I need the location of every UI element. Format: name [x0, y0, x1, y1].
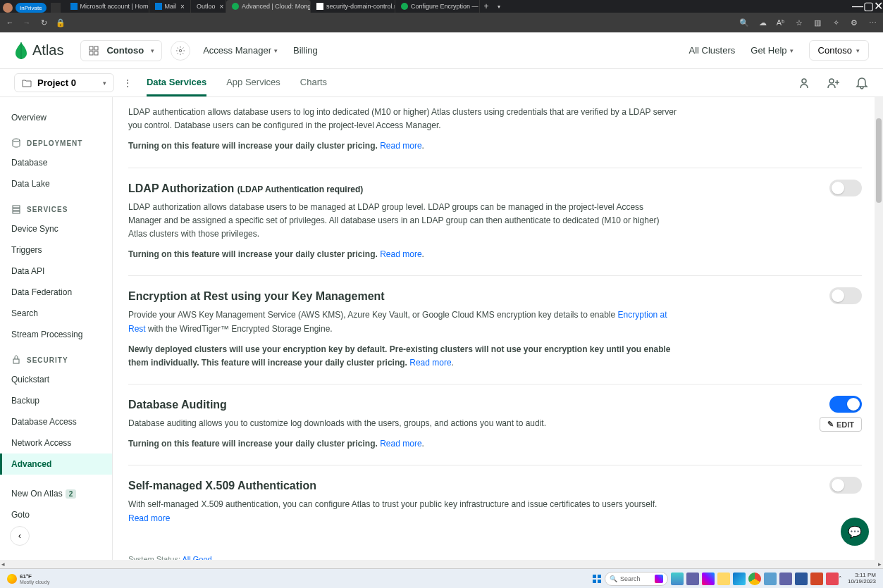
back-button[interactable]: ←: [4, 17, 16, 28]
chevron-up-icon[interactable]: ˄: [839, 575, 842, 582]
close-icon[interactable]: ×: [180, 3, 185, 11]
zoom-icon[interactable]: 🔍: [738, 16, 751, 29]
app-icon[interactable]: [764, 573, 777, 585]
powerpoint-icon[interactable]: [810, 573, 823, 585]
task-view-icon[interactable]: [671, 573, 684, 585]
browser-tab[interactable]: Outloo×: [191, 0, 226, 13]
sidebar-item-stream-processing[interactable]: Stream Processing: [0, 324, 112, 345]
scrollbar-thumb[interactable]: [876, 118, 882, 203]
sidebar-item-overview[interactable]: Overview: [0, 107, 112, 128]
profile-avatar[interactable]: [3, 3, 13, 13]
bell-icon[interactable]: [855, 76, 869, 90]
sidebar-item-device-sync[interactable]: Device Sync: [0, 218, 112, 239]
atlas-logo[interactable]: Atlas: [14, 42, 63, 59]
sidebar-item-database-access[interactable]: Database Access: [0, 411, 112, 432]
folder-icon: [22, 78, 32, 88]
sidebar-item-network-access[interactable]: Network Access: [0, 432, 112, 453]
billing-link[interactable]: Billing: [293, 45, 318, 56]
sidebar-item-advanced[interactable]: Advanced: [0, 453, 112, 475]
chat-button[interactable]: 💬: [841, 518, 869, 546]
browser-menu-icon[interactable]: ⋯: [866, 16, 879, 29]
read-more-link[interactable]: Read more: [380, 249, 421, 259]
tab-data-services[interactable]: Data Services: [147, 69, 206, 96]
sidebar-item-data-lake[interactable]: Data Lake: [0, 173, 112, 194]
add-user-icon[interactable]: [827, 76, 841, 90]
browser-tab[interactable]: Microsoft account | Home×: [65, 0, 149, 13]
split-icon[interactable]: ▥: [811, 16, 824, 29]
project-selector[interactable]: Project 0 ▾: [14, 73, 114, 92]
company-dropdown[interactable]: Contoso▾: [809, 40, 869, 61]
browser-tab[interactable]: Configure Encryption — Mong×: [395, 0, 480, 13]
tab-charts[interactable]: Charts: [300, 69, 327, 96]
svg-rect-12: [593, 575, 596, 578]
services-icon: [11, 204, 21, 214]
sidebar-item-data-api[interactable]: Data API: [0, 261, 112, 282]
org-settings-button[interactable]: [171, 41, 190, 61]
workspace-icon[interactable]: [51, 3, 61, 13]
sidebar-item-goto[interactable]: Goto: [0, 504, 112, 525]
encryption-toggle[interactable]: [829, 287, 862, 304]
sidebar-item-backup[interactable]: Backup: [0, 390, 112, 411]
url-input[interactable]: [72, 15, 732, 30]
sync-icon[interactable]: ☁: [756, 16, 769, 29]
browser-tab[interactable]: Mail×: [149, 0, 191, 13]
edit-auditing-button[interactable]: ✎EDIT: [820, 417, 862, 432]
org-selector[interactable]: Contoso ▾: [80, 40, 162, 61]
sidebar-item-new-on-atlas[interactable]: New On Atlas2: [0, 483, 112, 504]
auditing-toggle[interactable]: ✓: [829, 396, 862, 413]
refresh-button[interactable]: ↻: [38, 17, 49, 28]
weather-widget[interactable]: 61°F Mostly cloudy: [7, 573, 49, 584]
favorite-icon[interactable]: ☆: [793, 16, 805, 29]
maximize-button[interactable]: ▢: [863, 0, 874, 13]
taskbar-clock[interactable]: 3:11 PM 10/19/2023: [848, 573, 876, 585]
tab-app-services[interactable]: App Services: [226, 69, 280, 96]
svg-point-7: [13, 139, 20, 142]
sidebar-item-triggers[interactable]: Triggers: [0, 239, 112, 261]
file-explorer-icon[interactable]: [717, 573, 730, 585]
edge-icon[interactable]: [733, 573, 746, 585]
copilot-icon[interactable]: [702, 573, 715, 585]
temperature: 61°F: [20, 573, 49, 580]
sidebar-item-search[interactable]: Search: [0, 303, 112, 324]
svg-rect-13: [598, 575, 601, 578]
system-status-value[interactable]: All Good: [182, 555, 211, 560]
browser-tab[interactable]: security-domain-control.no-fil×: [311, 0, 395, 13]
access-manager-link[interactable]: Access Manager▾: [203, 45, 278, 56]
new-tab-button[interactable]: +: [480, 0, 493, 13]
horizontal-scrollbar[interactable]: ◂▸: [0, 560, 883, 568]
extensions-icon[interactable]: ⚙: [848, 16, 860, 29]
close-icon[interactable]: ×: [219, 3, 223, 11]
collapse-sidebar-button[interactable]: ‹: [10, 526, 30, 546]
chat-icon[interactable]: [686, 573, 699, 585]
sidebar-item-database[interactable]: Database: [0, 152, 112, 173]
snip-icon[interactable]: [826, 573, 839, 585]
forward-button[interactable]: →: [21, 17, 32, 28]
read-more-link[interactable]: Read more: [380, 439, 421, 449]
sidebar-item-data-federation[interactable]: Data Federation: [0, 282, 112, 303]
collections-icon[interactable]: ✧: [829, 16, 842, 29]
word-icon[interactable]: [795, 573, 808, 585]
ldap-authz-toggle[interactable]: [829, 180, 862, 196]
minimize-button[interactable]: —: [852, 0, 863, 13]
browser-tab-active[interactable]: Advanced | Cloud: MongoDB C×: [226, 0, 311, 13]
x509-toggle[interactable]: [829, 477, 862, 494]
system-tray[interactable]: ˄: [839, 575, 842, 582]
chrome-icon[interactable]: [748, 573, 761, 585]
invite-icon[interactable]: [798, 76, 813, 90]
content-scroll-area[interactable]: LDAP authentication allows database user…: [113, 97, 883, 560]
svg-rect-11: [13, 359, 19, 363]
read-aloud-icon[interactable]: Aᵇ: [774, 16, 787, 29]
vertical-scrollbar[interactable]: [875, 97, 883, 560]
windows-start-icon[interactable]: [592, 574, 602, 584]
close-window-button[interactable]: ✕: [874, 0, 883, 13]
project-menu-button[interactable]: ⋮: [123, 77, 132, 89]
sidebar-item-quickstart[interactable]: Quickstart: [0, 369, 112, 390]
read-more-link[interactable]: Read more: [380, 141, 421, 151]
all-clusters-link[interactable]: All Clusters: [689, 45, 736, 56]
taskbar-search[interactable]: 🔍Search: [605, 572, 668, 586]
read-more-link[interactable]: Read more: [128, 513, 170, 523]
read-more-link[interactable]: Read more: [409, 358, 451, 368]
get-help-link[interactable]: Get Help▾: [751, 45, 793, 56]
tab-dropdown-icon[interactable]: ▾: [493, 0, 505, 13]
teams-icon[interactable]: [779, 573, 792, 585]
